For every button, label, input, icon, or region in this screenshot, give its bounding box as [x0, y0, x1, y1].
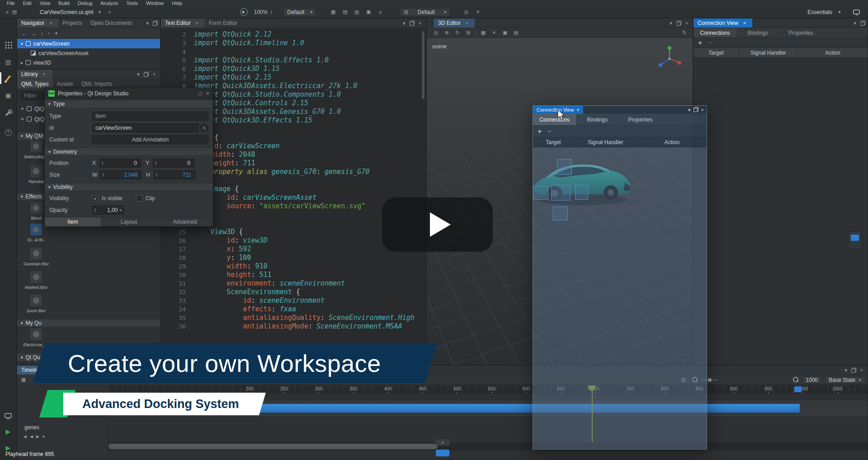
rows-layout-icon[interactable]: ▤	[341, 9, 349, 15]
menu-build[interactable]: Build	[54, 0, 73, 6]
tree-item-view3d[interactable]: ▸ view3D	[17, 58, 160, 67]
tab-qml-types[interactable]: QML Types	[17, 79, 53, 89]
tab-library[interactable]: Library×	[17, 70, 52, 79]
code-line[interactable]: 3import QtQuick.Timeline 1.0	[161, 39, 426, 47]
apps-icon[interactable]	[0, 38, 16, 52]
feedback-icon[interactable]	[853, 9, 860, 14]
close-document-icon[interactable]: ×	[106, 9, 113, 15]
tab-form-editor[interactable]: Form Editor	[205, 19, 241, 28]
column-action[interactable]: Action	[797, 48, 868, 57]
menu-file[interactable]: File	[3, 0, 19, 6]
panel-menu-icon[interactable]: ▾	[135, 71, 142, 77]
filter-icon[interactable]: ▼	[54, 31, 58, 36]
float-panel-icon[interactable]	[860, 21, 865, 26]
connections-table-body[interactable]	[693, 58, 868, 365]
snap-icon[interactable]: ▦	[480, 30, 487, 36]
column-signal-handler[interactable]: Signal Handler	[739, 48, 797, 57]
select-tool-icon[interactable]: ◎	[432, 30, 439, 36]
tab-navigator[interactable]: Navigator×	[17, 19, 58, 28]
menu-edit[interactable]: Edit	[19, 0, 36, 6]
dialog-tab-advanced[interactable]: Advanced	[157, 217, 213, 226]
tab-connections[interactable]: Connections	[693, 28, 736, 38]
light-icon[interactable]: ☀	[474, 9, 481, 15]
video-play-button[interactable]	[382, 197, 493, 252]
dialog-tab-layout[interactable]: Layout	[101, 217, 157, 226]
add-connection-icon[interactable]: +	[538, 127, 542, 136]
reset-view-icon[interactable]: ↻	[681, 30, 688, 36]
panel-menu-icon[interactable]: ▾	[667, 20, 675, 26]
docked-panel-indicator[interactable]	[848, 231, 862, 249]
tab-text-editor[interactable]: Text Editor×	[161, 19, 205, 28]
menu-analyze[interactable]: Analyze	[96, 0, 122, 6]
prev-keyframe-icon[interactable]: ◀	[24, 434, 27, 439]
tab-properties[interactable]: Properties	[619, 114, 662, 125]
code-line[interactable]: 29 width: 910	[161, 262, 426, 271]
close-icon[interactable]: ×	[741, 20, 748, 26]
section-geometry[interactable]: ▾Geometry	[45, 148, 213, 156]
monitor-icon[interactable]	[0, 408, 16, 422]
splitter-handle[interactable]	[436, 450, 449, 456]
add-annotation-button[interactable]: Add Annotation	[92, 135, 208, 144]
close-panel-icon[interactable]: ×	[151, 71, 158, 77]
zoom-stepper[interactable]: ▴▾	[270, 10, 272, 14]
panels-icon[interactable]: ▥	[0, 55, 16, 69]
floating-connection-view[interactable]: Connection View× ▾ × Connections Binding…	[533, 105, 707, 450]
section-visibility[interactable]: ▾Visibility	[45, 183, 213, 191]
forward-icon[interactable]: →	[31, 30, 37, 37]
expand-icon[interactable]: ▾	[21, 42, 23, 46]
play-animation-icon[interactable]: ▶	[36, 434, 39, 439]
menu-tools[interactable]: Tools	[122, 0, 142, 6]
panel-menu-icon[interactable]: ▾	[688, 107, 691, 113]
kit-selector[interactable]: ⊞Default▾	[400, 8, 450, 16]
menu-debug[interactable]: Debug	[74, 0, 96, 6]
code-line[interactable]: 34 effects: fxaa	[161, 305, 426, 314]
dialog-titlebar[interactable]: DS Properties - Qt Design Studio □ ×	[45, 88, 213, 99]
tab-bindings[interactable]: Bindings	[736, 28, 779, 38]
code-line[interactable]: 6import QtQuick3D 1.15	[161, 65, 426, 73]
dialog-tab-item[interactable]: Item	[45, 217, 101, 226]
help-icon[interactable]: ?	[0, 126, 16, 139]
light-toggle-icon[interactable]: ☀	[491, 30, 498, 36]
back-icon[interactable]: ←	[22, 30, 27, 37]
tab-connection-view[interactable]: Connection View×	[693, 19, 752, 28]
column-action[interactable]: Action	[637, 137, 707, 147]
workspace-chevron-icon[interactable]: ▾	[836, 9, 843, 15]
move-tool-icon[interactable]: ⊕	[443, 30, 450, 36]
axis-gizmo-icon[interactable]	[655, 45, 684, 70]
maximize-icon[interactable]: □	[198, 90, 202, 97]
close-icon[interactable]: ×	[193, 20, 201, 26]
type-field[interactable]: Item	[92, 112, 208, 121]
column-target[interactable]: Target	[693, 48, 739, 57]
clip-checkbox[interactable]	[136, 195, 142, 202]
height-field[interactable]: ▴▾ 711	[154, 170, 195, 179]
rotate-tool-icon[interactable]: ↻	[454, 30, 461, 36]
section-my-quick3d[interactable]: ▾My Qu	[17, 319, 160, 327]
panel-menu-icon[interactable]: ▾	[851, 20, 859, 26]
tools-icon[interactable]	[0, 107, 16, 120]
run-icon[interactable]: ▶	[0, 425, 16, 438]
tab-open-documents[interactable]: Open Documents	[86, 19, 137, 28]
column-signal-handler[interactable]: Signal Handler	[574, 137, 637, 147]
menu-help[interactable]: Help	[168, 0, 186, 6]
run-preview-icon[interactable]: ▶	[240, 8, 248, 16]
tree-item-carviewscreenasset[interactable]: carViewScreenAsset	[17, 48, 160, 58]
style-selector[interactable]: Default▾	[283, 8, 316, 16]
close-icon[interactable]: ×	[41, 71, 48, 77]
tab-3d-editor[interactable]: 3D Editor×	[434, 19, 475, 28]
opacity-dropdown-icon[interactable]: ▾	[119, 208, 122, 212]
remove-connection-icon[interactable]: −	[708, 39, 712, 47]
code-line[interactable]: 4	[161, 47, 426, 56]
float-panel-icon[interactable]	[676, 21, 681, 26]
library-item-masked-blur[interactable]: Masked Blur	[22, 271, 51, 290]
close-panel-icon[interactable]: ×	[701, 107, 704, 113]
section-type[interactable]: ▾Type	[45, 100, 213, 108]
menu-window[interactable]: Window	[142, 0, 168, 6]
code-line[interactable]: 5import QtQuick.Studio.Effects 1.0	[161, 56, 426, 65]
record-icon[interactable]: ●	[42, 434, 45, 439]
close-icon[interactable]: ×	[576, 107, 579, 113]
library-item-zoom-blur[interactable]: Zoom Blur	[22, 294, 51, 313]
open-document-chip[interactable]: CarViewScreen.ui.qml ▾ ×	[40, 9, 113, 15]
float-panel-icon[interactable]	[410, 21, 415, 26]
timeline-settings-icon[interactable]: ▦	[20, 377, 27, 383]
end-frame-value[interactable]: 1000	[802, 376, 822, 384]
